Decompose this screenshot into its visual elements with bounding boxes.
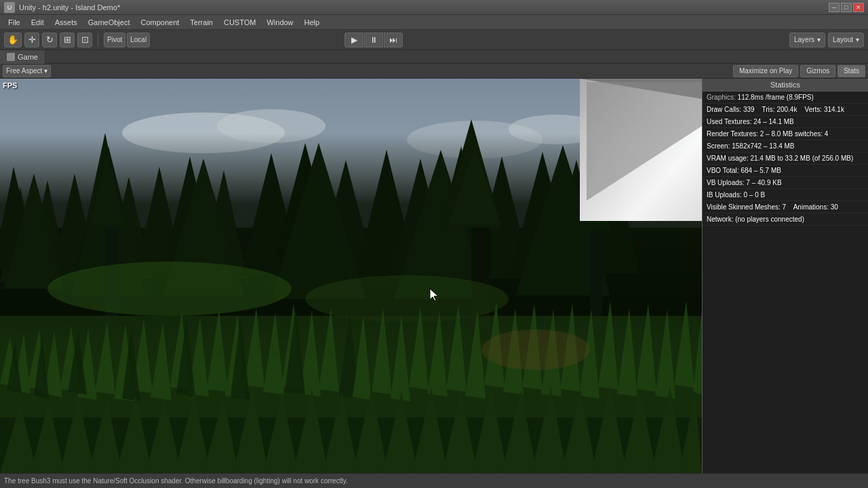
svg-point-41 — [305, 275, 509, 323]
stats-render-textures-row: Render Textures: 2 – 8.0 MB switches: 4 — [703, 128, 868, 140]
rotate-tool-button[interactable]: ↻ — [42, 33, 57, 47]
game-tab[interactable]: Game — [0, 50, 45, 64]
menu-terrain[interactable]: Terrain — [184, 17, 218, 28]
window-title: Unity - h2.unity - Island Demo* — [19, 3, 829, 12]
hand-tool-button[interactable]: ✋ — [4, 33, 22, 47]
stats-visible-meshes: Visible Skinned Meshes: 7 — [707, 203, 786, 211]
menu-file[interactable]: File — [3, 17, 26, 28]
stats-screen-row: Screen: 1582x742 – 13.4 MB — [703, 140, 868, 152]
stats-screen: Screen: 1582x742 – 13.4 MB — [707, 142, 795, 150]
pivot-local-group: Pivot Local — [104, 33, 150, 47]
stats-animations: Animations: 30 — [793, 203, 838, 211]
rect-tool-button[interactable]: ⊡ — [77, 33, 92, 47]
layers-dropdown[interactable]: Layers ▾ — [789, 33, 825, 47]
menu-bar: File Edit Assets GameObject Component Te… — [0, 15, 868, 30]
toolbar: ✋ ✛ ↻ ⊞ ⊡ Pivot Local ▶ ⏸ ⏭ Layers ▾ Lay… — [0, 30, 868, 50]
stats-graphics-value: 112.8ms /frame (8.9FPS) — [738, 94, 814, 101]
status-message: The tree Bush3 must use the Nature/Soft … — [4, 477, 864, 485]
stats-render-textures: Render Textures: 2 – 8.0 MB switches: 4 — [707, 130, 828, 138]
stats-graphics-row: Graphics: 112.8ms /frame (8.9FPS) — [703, 92, 868, 104]
game-panel-header: Game — [0, 50, 868, 64]
close-button[interactable]: ✕ — [853, 3, 864, 12]
stats-vbo: VBO Total: 684 – 5.7 MB — [707, 167, 781, 174]
menu-component[interactable]: Component — [135, 17, 184, 28]
scale-tool-button[interactable]: ⊞ — [60, 33, 75, 47]
toolbar-separator-1 — [98, 33, 98, 47]
stats-visible-meshes-row: Visible Skinned Meshes: 7 Animations: 30 — [703, 201, 868, 214]
main-content: FPS Statistics Graphics: 112.8ms /frame … — [0, 79, 868, 473]
status-bar: The tree Bush3 must use the Nature/Soft … — [0, 473, 868, 488]
stats-network-row: Network: (no players connected) — [703, 214, 868, 226]
game-tab-label: Game — [18, 53, 38, 61]
stats-draw-calls: Draw Calls: 339 — [707, 106, 755, 113]
stats-vbo-row: VBO Total: 684 – 5.7 MB — [703, 165, 868, 177]
stats-vram-row: VRAM usage: 21.4 MB to 33.2 MB (of 256.0… — [703, 152, 868, 165]
pause-button[interactable]: ⏸ — [364, 33, 383, 47]
fps-label: FPS — [3, 81, 17, 89]
stats-used-textures: Used Textures: 24 – 14.1 MB — [707, 118, 794, 125]
play-controls: ▶ ⏸ ⏭ — [344, 33, 403, 47]
game-tab-icon — [7, 53, 15, 61]
stats-tris: Tris: 200.4k — [762, 106, 797, 113]
svg-point-117 — [481, 329, 590, 370]
restore-button[interactable]: □ — [841, 3, 852, 12]
stats-ibuploads: IB Uploads: 0 – 0 B — [707, 191, 765, 199]
toolbar-right: Layers ▾ Layout ▾ — [789, 33, 864, 47]
stats-header: Statistics — [703, 79, 868, 92]
stats-ibuploads-row: IB Uploads: 0 – 0 B — [703, 189, 868, 201]
menu-window[interactable]: Window — [261, 17, 298, 28]
game-view-toolbar: Free Aspect ▾ Maximize on Play Gizmos St… — [0, 64, 868, 79]
menu-edit[interactable]: Edit — [26, 17, 50, 28]
menu-help[interactable]: Help — [299, 17, 326, 28]
stats-panel: Statistics Graphics: 112.8ms /frame (8.9… — [702, 79, 868, 473]
title-bar: U Unity - h2.unity - Island Demo* ─ □ ✕ — [0, 0, 868, 15]
aspect-dropdown[interactable]: Free Aspect ▾ — [3, 65, 51, 77]
stats-verts: Verts: 314.1k — [805, 106, 844, 113]
stats-vbuploads-row: VB Uploads: 7 – 40.9 KB — [703, 177, 868, 189]
move-tool-button[interactable]: ✛ — [24, 33, 39, 47]
maximize-on-play-button[interactable]: Maximize on Play — [733, 65, 798, 77]
stats-network: Network: (no players connected) — [707, 216, 804, 223]
game-view-buttons: Maximize on Play Gizmos Stats — [733, 65, 865, 77]
layout-dropdown[interactable]: Layout ▾ — [828, 33, 864, 47]
window-controls: ─ □ ✕ — [829, 3, 864, 12]
play-button[interactable]: ▶ — [344, 33, 363, 47]
stats-draw-calls-row: Draw Calls: 339 Tris: 200.4k Verts: 314.… — [703, 104, 868, 116]
stats-vram: VRAM usage: 21.4 MB to 33.2 MB (of 256.0… — [707, 155, 853, 162]
step-button[interactable]: ⏭ — [384, 33, 403, 47]
gizmos-button[interactable]: Gizmos — [800, 65, 835, 77]
stats-vbuploads: VB Uploads: 7 – 40.9 KB — [707, 179, 782, 186]
minimize-button[interactable]: ─ — [829, 3, 840, 12]
local-button[interactable]: Local — [127, 33, 150, 47]
menu-assets[interactable]: Assets — [50, 17, 83, 28]
stats-used-textures-row: Used Textures: 24 – 14.1 MB — [703, 116, 868, 128]
svg-point-40 — [47, 262, 292, 316]
menu-custom[interactable]: CUSTOM — [218, 17, 261, 28]
stats-button[interactable]: Stats — [837, 65, 865, 77]
game-viewport[interactable]: FPS — [0, 79, 702, 473]
menu-gameobject[interactable]: GameObject — [83, 17, 136, 28]
pivot-button[interactable]: Pivot — [104, 33, 125, 47]
unity-icon: U — [4, 2, 15, 13]
